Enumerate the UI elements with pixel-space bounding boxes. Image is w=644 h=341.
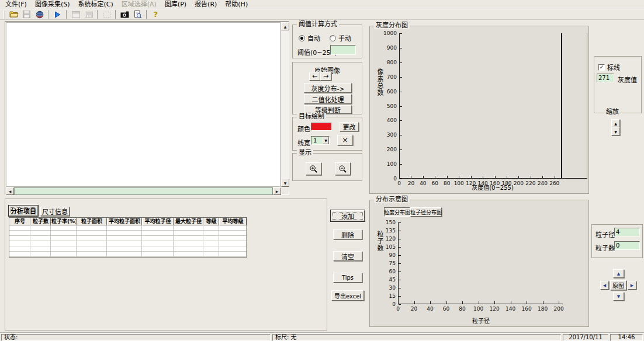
scale-up-button[interactable]: ▲	[611, 119, 620, 127]
gray-value-label: 灰度值	[618, 75, 637, 84]
table-row[interactable]	[9, 236, 247, 241]
particle-diameter-input[interactable]	[614, 228, 640, 236]
vertical-scrollbar[interactable]: ▲ ▼	[281, 22, 289, 187]
table-cell	[219, 236, 247, 241]
table-row[interactable]	[9, 241, 247, 246]
gray-value-input[interactable]	[597, 74, 614, 82]
line-width-select[interactable]: 1 ▼	[311, 136, 330, 145]
threshold-panel: 阈值计算方式 自动 手动 阈值(0~255)	[292, 25, 362, 58]
next-image-button[interactable]: →	[320, 72, 331, 81]
change-color-button[interactable]: 更改	[340, 122, 359, 131]
manual-radio[interactable]	[330, 35, 336, 41]
color-swatch[interactable]	[311, 123, 332, 131]
table-row[interactable]	[9, 246, 247, 252]
ruler-status: 标尺: 无	[272, 334, 561, 341]
table-row[interactable]	[9, 225, 247, 231]
nav-up-button[interactable]: ▲	[613, 269, 624, 278]
y-axis-tick	[399, 280, 401, 280]
nav-right-button[interactable]: ▶	[628, 281, 636, 290]
column-header[interactable]: 平均等级	[219, 218, 247, 225]
gray-distribution-button[interactable]: 灰度分布->	[304, 83, 352, 93]
marker-checkbox[interactable]: ✓	[598, 64, 605, 71]
open-folder-icon[interactable]	[8, 9, 20, 19]
column-header[interactable]: 粒子数	[30, 218, 51, 225]
prev-image-button[interactable]: ←	[309, 72, 320, 81]
help-icon[interactable]: ?	[150, 9, 162, 19]
tab-size-info[interactable]: 尺寸信息	[40, 207, 70, 216]
nav-down-button[interactable]: ▼	[613, 292, 624, 301]
menu-item[interactable]: 报告(R)	[191, 0, 221, 9]
play-icon[interactable]	[51, 9, 64, 19]
save-icon	[20, 9, 33, 19]
column-header[interactable]: 粒子面积	[77, 218, 107, 225]
y-axis-tick	[400, 77, 402, 78]
capture-icon[interactable]	[33, 9, 46, 19]
application-window: 文件(F)图像采集(S)系统标定(C)区域选择(A)图库(P)报告(R)帮助(H…	[0, 0, 644, 341]
table-cell	[30, 236, 51, 241]
column-header[interactable]: 最大粒子径	[174, 218, 203, 225]
delete-button[interactable]: 删除	[333, 229, 362, 239]
scroll-down-icon[interactable]: ▼	[281, 179, 289, 187]
scroll-right-icon[interactable]: ▶	[273, 187, 281, 195]
scale-down-button[interactable]: ▼	[611, 127, 620, 135]
menu-item[interactable]: 文件(F)	[1, 0, 31, 9]
particle-count-input[interactable]	[614, 241, 640, 250]
column-header[interactable]: 序号	[9, 218, 30, 225]
binarize-button[interactable]: 二值化处理	[304, 94, 352, 104]
clear-button[interactable]: 清空	[333, 251, 362, 261]
origin-image-button[interactable]: 原图	[610, 280, 626, 290]
grain-distribution-tab[interactable]: 粒度分布图	[384, 207, 410, 217]
auto-radio[interactable]	[299, 35, 305, 41]
x-axis-tick	[462, 301, 463, 304]
diameter-distribution-tab[interactable]: 粒子径分布图	[410, 207, 442, 217]
y-tick-label: 600	[378, 89, 397, 95]
camera-icon[interactable]	[119, 9, 131, 19]
menu-bar: 文件(F)图像采集(S)系统标定(C)区域选择(A)图库(P)报告(R)帮助(H…	[0, 0, 644, 9]
export-excel-button[interactable]: 导出excel	[331, 290, 364, 301]
x-tick-label: 260	[548, 180, 562, 186]
scroll-up-icon[interactable]: ▲	[281, 22, 289, 30]
column-header[interactable]: 平均粒子径	[142, 218, 174, 225]
ruler-icon	[82, 9, 95, 19]
print-preview-icon[interactable]	[131, 9, 144, 19]
y-axis-tick	[399, 263, 401, 264]
horizontal-scrollbar[interactable]: ◀ ▶	[6, 187, 281, 195]
zoom-in-button[interactable]	[306, 162, 321, 175]
zoom-in-icon	[309, 165, 318, 173]
table-row[interactable]	[9, 231, 247, 236]
clear-draw-button[interactable]: ×	[337, 135, 353, 145]
column-header[interactable]: 粒子率(%)	[51, 218, 77, 225]
column-header[interactable]: 等级	[203, 218, 219, 225]
scrollbar-thumb[interactable]	[14, 187, 273, 195]
chart-title: 灰度分布图	[374, 22, 410, 29]
table-cell	[77, 246, 107, 252]
x-tick-label: 20	[407, 306, 421, 312]
menu-item[interactable]: 图像采集(S)	[31, 0, 74, 9]
column-header[interactable]: 平均粒子面积	[107, 218, 142, 225]
y-tick-label: 100	[378, 161, 397, 167]
chevron-down-icon[interactable]: ▼	[323, 137, 329, 144]
menu-item[interactable]: 图库(P)	[161, 0, 191, 9]
menu-item[interactable]: 系统标定(C)	[74, 0, 117, 9]
color-label: 颜色	[297, 124, 310, 133]
table-cell	[203, 236, 219, 241]
table-cell	[203, 252, 219, 257]
y-axis-tick	[399, 296, 401, 297]
image-canvas[interactable]	[6, 22, 281, 187]
x-axis-tick	[459, 176, 459, 178]
tab-analysis-items[interactable]: 分析项目	[9, 206, 38, 216]
status-date: 2017/10/11	[563, 334, 608, 341]
tips-button[interactable]: Tips	[333, 273, 362, 283]
table-row[interactable]	[9, 252, 247, 257]
nav-left-button[interactable]: ◀	[600, 281, 609, 290]
scroll-left-icon[interactable]: ◀	[6, 187, 14, 195]
y-tick-label: 120	[377, 236, 396, 242]
arrow-down-icon: ▼	[617, 294, 620, 299]
zoom-out-button[interactable]	[335, 162, 351, 175]
add-button[interactable]: 添加	[331, 210, 365, 221]
menu-item[interactable]: 帮助(H)	[221, 0, 252, 9]
y-tick-label: 500	[378, 103, 397, 109]
threshold-input[interactable]	[330, 45, 356, 55]
x-axis-tick	[430, 301, 431, 304]
table-cell	[51, 236, 77, 241]
